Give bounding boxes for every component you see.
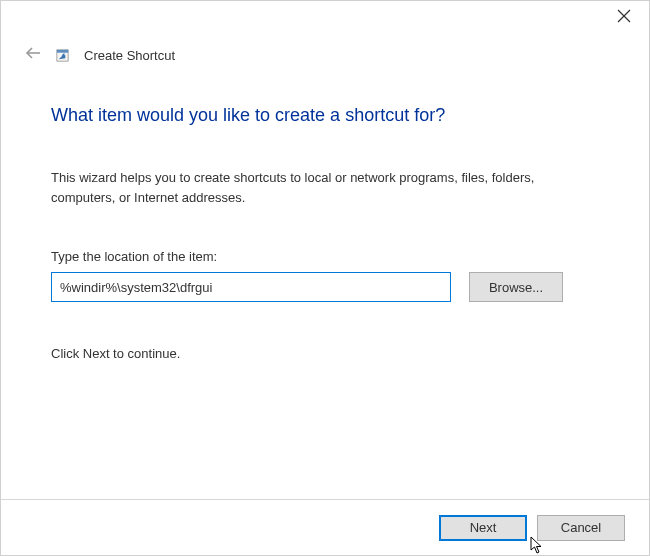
- back-arrow-icon[interactable]: [25, 46, 41, 64]
- input-row: Browse...: [51, 272, 599, 302]
- next-button[interactable]: Next: [439, 515, 527, 541]
- location-input[interactable]: [51, 272, 451, 302]
- svg-rect-4: [57, 49, 68, 52]
- continue-text: Click Next to continue.: [51, 346, 599, 361]
- header-row: Create Shortcut: [1, 41, 649, 69]
- cancel-button[interactable]: Cancel: [537, 515, 625, 541]
- page-heading: What item would you like to create a sho…: [51, 105, 599, 126]
- shortcut-app-icon: [55, 48, 70, 63]
- content-area: What item would you like to create a sho…: [1, 69, 649, 499]
- titlebar: [1, 1, 649, 41]
- close-icon[interactable]: [617, 9, 631, 27]
- browse-button[interactable]: Browse...: [469, 272, 563, 302]
- footer-bar: Next Cancel: [1, 499, 649, 555]
- wizard-title: Create Shortcut: [84, 48, 175, 63]
- location-label: Type the location of the item:: [51, 249, 599, 264]
- page-description: This wizard helps you to create shortcut…: [51, 168, 591, 207]
- wizard-window: Create Shortcut What item would you like…: [0, 0, 650, 556]
